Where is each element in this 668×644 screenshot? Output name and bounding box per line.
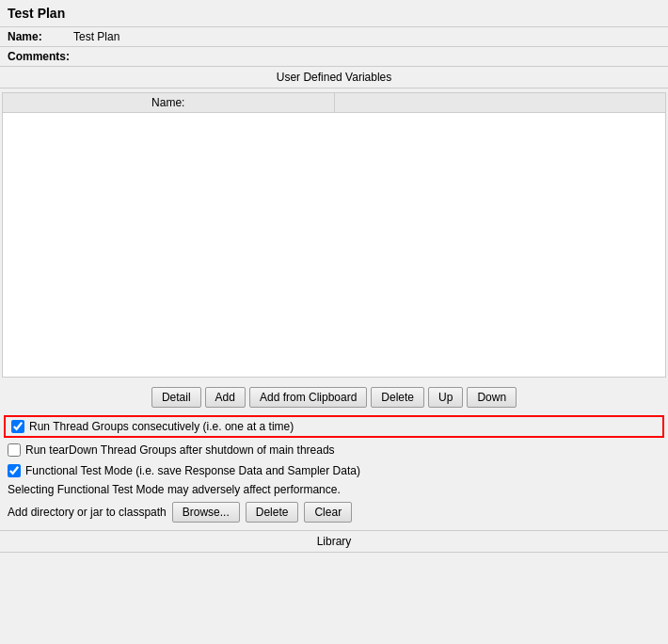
- browse-button[interactable]: Browse...: [172, 502, 240, 523]
- classpath-row: Add directory or jar to classpath Browse…: [0, 498, 668, 526]
- functional-test-row: Functional Test Mode (i.e. save Response…: [0, 460, 668, 481]
- name-row: Name: Test Plan: [0, 27, 668, 47]
- variables-header: Name:: [3, 93, 665, 113]
- detail-button[interactable]: Detail: [151, 387, 201, 408]
- variables-table: Name:: [2, 92, 666, 378]
- comments-label: Comments:: [8, 50, 73, 63]
- panel-title: Test Plan: [0, 0, 668, 27]
- library-section: Library: [0, 530, 668, 553]
- add-button[interactable]: Add: [205, 387, 246, 408]
- name-label: Name:: [8, 30, 73, 43]
- col-name-header: Name:: [3, 93, 335, 112]
- comments-row: Comments:: [0, 47, 668, 67]
- add-from-clipboard-button[interactable]: Add from Clipboard: [249, 387, 367, 408]
- name-value: Test Plan: [73, 30, 660, 43]
- functional-test-note: Selecting Functional Test Mode may adver…: [0, 481, 668, 498]
- run-teardown-row: Run tearDown Thread Groups after shutdow…: [0, 440, 668, 460]
- run-thread-groups-label: Run Thread Groups consecutively (i.e. on…: [29, 420, 294, 433]
- run-thread-groups-row: Run Thread Groups consecutively (i.e. on…: [4, 415, 664, 438]
- down-button[interactable]: Down: [467, 387, 517, 408]
- classpath-delete-button[interactable]: Delete: [246, 502, 299, 523]
- delete-button[interactable]: Delete: [371, 387, 424, 408]
- run-teardown-label: Run tearDown Thread Groups after shutdow…: [25, 443, 335, 457]
- functional-test-checkbox[interactable]: [8, 464, 21, 477]
- run-thread-groups-checkbox[interactable]: [11, 420, 24, 433]
- variables-section-title: User Defined Variables: [0, 67, 668, 89]
- col-value-header: [335, 93, 666, 112]
- test-plan-panel: Test Plan Name: Test Plan Comments: User…: [0, 0, 668, 553]
- up-button[interactable]: Up: [428, 387, 463, 408]
- functional-test-label: Functional Test Mode (i.e. save Response…: [25, 464, 360, 477]
- classpath-label: Add directory or jar to classpath: [8, 506, 167, 519]
- clear-button[interactable]: Clear: [304, 502, 352, 523]
- action-buttons: Detail Add Add from Clipboard Delete Up …: [0, 381, 668, 413]
- run-teardown-checkbox[interactable]: [8, 443, 21, 457]
- variables-body: [3, 113, 665, 377]
